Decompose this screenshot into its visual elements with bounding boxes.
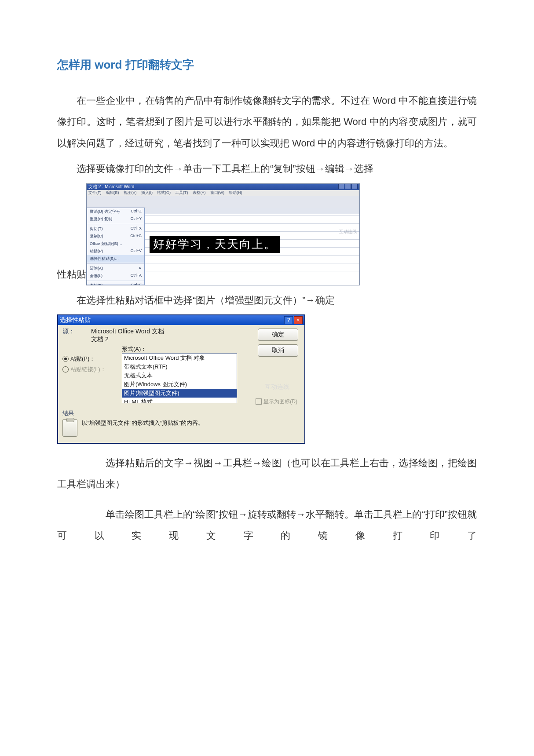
menu-item-insert[interactable]: 插入(I) <box>141 190 153 196</box>
dialog-title: 选择性粘贴 <box>60 316 91 324</box>
list-item[interactable]: 带格式文本(RTF) <box>122 362 237 371</box>
screenshot-word-window: 文档 2 - Microsoft Word 文件(F) 编辑(E) 视图(V) … <box>86 183 360 285</box>
menu-copy[interactable]: 复制(C)Ctrl+C <box>87 233 144 240</box>
list-item[interactable]: 图片(Windows 图元文件) <box>122 380 237 389</box>
help-icon[interactable]: ? <box>284 316 293 324</box>
source-value: Microsoft Office Word 文档 文档 2 <box>91 328 164 343</box>
menu-select-all[interactable]: 全选(L)Ctrl+A <box>87 272 144 280</box>
page-title: 怎样用 word 打印翻转文字 <box>57 57 477 73</box>
menu-item-edit[interactable]: 编辑(E) <box>106 190 119 196</box>
source-label: 源： <box>62 328 87 336</box>
radio-paste-link: 粘贴链接(L)： <box>62 365 106 373</box>
edit-dropdown-menu[interactable]: 撤消(U) 选定字号Ctrl+Z 重复(R) 复制Ctrl+Y 剪切(T)Ctr… <box>87 208 145 285</box>
menu-clear[interactable]: 清除(A)▸ <box>87 265 144 272</box>
ruler <box>145 208 359 214</box>
paragraph-1: 在一些企业中，在销售的产品中有制作镜像翻转文字的需求。不过在 Word 中不能直… <box>57 90 477 154</box>
dialog-titlebar: 选择性粘贴 ? × <box>58 315 304 325</box>
selected-text[interactable]: 好好学习，天天向上。 <box>150 236 280 253</box>
step-4: 单击绘图工具栏上的“绘图”按钮→旋转或翻转→水平翻转。单击工具栏上的“打印”按钮… <box>57 504 477 547</box>
menu-item-window[interactable]: 窗口(W) <box>210 190 225 196</box>
menu-item-help[interactable]: 帮助(H) <box>229 190 242 196</box>
ok-button[interactable]: 确定 <box>258 329 298 341</box>
radio-icon <box>62 356 69 362</box>
step-3: 选择粘贴后的文字→视图→工具栏→绘图（也可以在工具栏上右击，选择绘图，把绘图工具… <box>57 453 477 495</box>
menu-item-format[interactable]: 格式(O) <box>157 190 171 196</box>
list-item[interactable]: HTML 格式 <box>122 398 237 403</box>
menu-office-clipboard[interactable]: Office 剪贴板(B)… <box>87 240 144 248</box>
radio-paste[interactable]: 粘贴(P)： <box>62 355 106 363</box>
word-menubar[interactable]: 文件(F) 编辑(E) 视图(V) 插入(I) 格式(O) 工具(T) 表格(A… <box>87 190 359 196</box>
word-toolbar[interactable] <box>87 196 359 208</box>
close-icon[interactable]: × <box>294 316 303 324</box>
result-label: 结果 <box>62 409 204 417</box>
clipboard-icon <box>62 419 77 437</box>
menu-redo[interactable]: 重复(R) 复制Ctrl+Y <box>87 215 144 223</box>
format-listbox[interactable]: Microsoft Office Word 文档 对象 带格式文本(RTF) 无… <box>122 353 237 403</box>
window-buttons[interactable] <box>338 184 358 190</box>
display-as-icon-checkbox: 显示为图标(D) <box>256 398 297 405</box>
list-item[interactable]: 无格式文本 <box>122 371 237 380</box>
menu-item-view[interactable]: 视图(V) <box>124 190 137 196</box>
result-description: 以“增强型图元文件”的形式插入“剪贴板”的内容。 <box>82 419 204 427</box>
cancel-button[interactable]: 取消 <box>258 344 298 357</box>
menu-item-table[interactable]: 表格(A) <box>193 190 206 196</box>
as-label: 形式(A)： <box>122 345 146 353</box>
word-window-title: 文档 2 - Microsoft Word <box>88 184 134 190</box>
menu-cut[interactable]: 剪切(T)Ctrl+X <box>87 225 144 233</box>
step-2: 在选择性粘贴对话框中选择“图片（增强型图元文件）”→确定 <box>57 290 477 311</box>
step-1: 选择要镜像打印的文件→单击一下工具栏上的“复制”按钮→编辑→选择 <box>57 158 477 179</box>
list-item-selected[interactable]: 图片(增强型图元文件) <box>122 389 237 398</box>
step-1-trailer: 性粘贴 <box>57 264 86 285</box>
watermark-text: 互动连线 <box>265 383 289 391</box>
word-titlebar: 文档 2 - Microsoft Word <box>87 184 359 190</box>
word-document-area[interactable]: 互动连线 好好学习，天天向上。 <box>145 208 359 285</box>
menu-paste-special[interactable]: 选择性粘贴(S)… <box>87 255 144 263</box>
menu-undo[interactable]: 撤消(U) 选定字号Ctrl+Z <box>87 208 144 215</box>
menu-paste[interactable]: 粘贴(P)Ctrl+V <box>87 248 144 255</box>
checkbox-icon <box>256 398 262 405</box>
radio-icon <box>62 366 69 373</box>
menu-item-tools[interactable]: 工具(T) <box>175 190 188 196</box>
screenshot-paste-special-dialog: 选择性粘贴 ? × 确定 取消 源： Microsoft Office Word… <box>57 314 305 444</box>
watermark-text: 互动连线 <box>339 229 357 235</box>
list-item[interactable]: Microsoft Office Word 文档 对象 <box>122 354 237 362</box>
menu-item-file[interactable]: 文件(F) <box>88 190 102 196</box>
menu-find[interactable]: 查找(F)…Ctrl+F <box>87 282 144 285</box>
